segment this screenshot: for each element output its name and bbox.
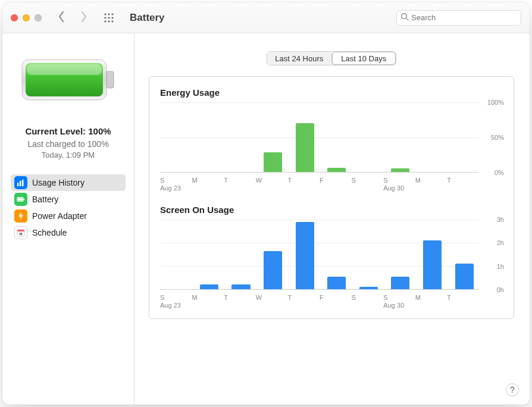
x-tick: W (256, 175, 288, 192)
bar (359, 287, 378, 289)
x-tick: SAug 23 (160, 292, 192, 309)
window-controls (11, 14, 42, 21)
nav-forward-button[interactable] (80, 11, 88, 25)
bar-slot (447, 102, 479, 172)
x-tick: S (352, 292, 384, 309)
time-range-segmented: Last 24 Hours Last 10 Days (267, 51, 396, 65)
x-tick: T (287, 175, 320, 192)
preferences-window: Battery (2, 2, 530, 405)
search-input[interactable] (411, 13, 517, 22)
svg-rect-14 (107, 71, 114, 88)
zoom-button[interactable] (35, 14, 42, 21)
svg-marker-21 (18, 212, 23, 220)
toolbar: Battery (2, 2, 530, 33)
svg-line-10 (406, 18, 409, 20)
bar (455, 264, 474, 289)
svg-rect-23 (17, 230, 24, 231)
bar (231, 284, 250, 289)
bar-slot (287, 220, 320, 289)
bar-slot (320, 102, 352, 172)
energy-y-axis: 100% 50% 0% (480, 102, 504, 173)
segment-last-24-hours[interactable]: Last 24 Hours (267, 52, 331, 65)
energy-plot (160, 102, 479, 173)
x-tick: T (447, 292, 479, 309)
battery-last-charged-time: Today, 1:09 PM (25, 150, 111, 161)
x-tick: M (415, 175, 447, 192)
energy-x-axis: SAug 23MTWTFSSAug 30MT (160, 175, 479, 192)
nav-arrows (57, 11, 88, 25)
svg-rect-19 (18, 198, 23, 201)
battery-illustration (21, 56, 116, 104)
bar-slot (415, 102, 447, 172)
svg-rect-16 (20, 181, 21, 186)
bar-slot (192, 220, 224, 289)
x-tick: T (224, 175, 256, 192)
battery-last-charged-label: Last charged to 100% (25, 138, 111, 150)
x-tick: W (256, 292, 288, 309)
sidebar-item-battery[interactable]: Battery (11, 191, 126, 208)
sidebar-item-label: Power Adapter (32, 211, 87, 221)
svg-point-3 (104, 17, 106, 18)
bar-slot (415, 220, 447, 289)
help-button[interactable]: ? (506, 383, 519, 396)
nav-back-button[interactable] (57, 11, 65, 25)
svg-point-4 (108, 17, 109, 18)
bar-slot (160, 220, 192, 289)
svg-point-0 (104, 13, 106, 15)
sidebar-item-usage-history[interactable]: Usage History (11, 174, 126, 191)
bar (296, 123, 314, 172)
minimize-button[interactable] (23, 14, 30, 21)
window-title: Battery (130, 12, 165, 24)
search-icon (400, 12, 409, 23)
x-tick: SAug 23 (160, 175, 192, 192)
sidebar-item-schedule[interactable]: Schedule (11, 224, 126, 241)
energy-usage-chart: 100% 50% 0% SAug 23MTWTFSSAug 30MT (160, 102, 504, 192)
svg-point-2 (111, 13, 113, 15)
sidebar-item-label: Schedule (32, 228, 67, 237)
sidebar-item-power-adapter[interactable]: Power Adapter (11, 208, 126, 224)
bar (327, 168, 346, 172)
x-tick: T (447, 175, 479, 192)
x-tick: F (320, 175, 352, 192)
screen-on-usage-title: Screen On Usage (160, 205, 504, 215)
bar-slot (383, 102, 415, 172)
x-tick: M (192, 175, 224, 192)
y-tick: 0% (495, 169, 504, 176)
usage-history-icon (14, 176, 27, 189)
help-icon: ? (510, 385, 515, 395)
y-tick: 100% (487, 99, 504, 106)
window-body: Current Level: 100% Last charged to 100%… (2, 33, 530, 405)
charts-card: Energy Usage 100% 50% 0% SAug 23MTWTFS (149, 76, 514, 319)
y-tick: 3h (497, 216, 504, 223)
y-tick: 2h (497, 239, 504, 246)
bar-slot (192, 102, 224, 172)
bar-slot (256, 102, 288, 172)
sidebar: Current Level: 100% Last charged to 100%… (2, 33, 134, 405)
segment-last-10-days[interactable]: Last 10 Days (331, 52, 396, 65)
screen-plot (160, 220, 479, 290)
bar-slot (224, 220, 256, 289)
bar (264, 152, 282, 172)
battery-icon (14, 193, 27, 206)
bar-slot (447, 220, 479, 289)
screen-on-usage-section: Screen On Usage 3h 2h 1h 0h (160, 205, 504, 309)
svg-point-5 (111, 17, 113, 18)
x-tick: M (192, 292, 224, 309)
x-tick: T (287, 292, 320, 309)
search-field[interactable] (396, 10, 521, 26)
show-all-button[interactable] (104, 12, 114, 23)
x-tick: SAug 30 (383, 175, 415, 192)
screen-x-axis: SAug 23MTWTFSSAug 30MT (160, 292, 479, 309)
x-tick: SAug 30 (383, 292, 415, 309)
x-tick: M (415, 292, 447, 309)
svg-point-6 (104, 20, 106, 22)
bar (327, 277, 346, 289)
bar (423, 240, 442, 289)
svg-rect-24 (20, 233, 23, 235)
svg-point-1 (108, 13, 109, 15)
close-button[interactable] (11, 14, 18, 21)
x-tick: F (320, 292, 352, 309)
svg-rect-20 (24, 198, 25, 200)
sidebar-item-label: Usage History (32, 178, 85, 187)
schedule-icon (14, 226, 27, 239)
